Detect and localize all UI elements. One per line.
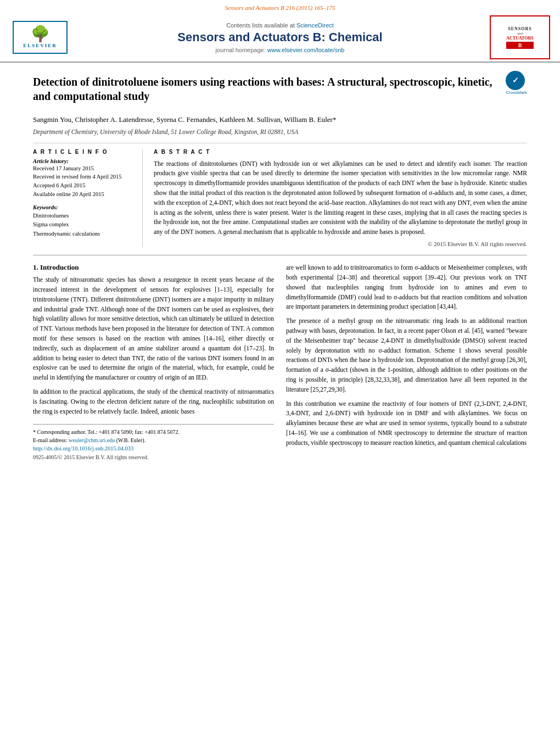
authors: Sangmin You, Christopher A. Latendresse,… — [33, 114, 527, 125]
intro-para2: In addition to the practical application… — [33, 387, 274, 416]
crossmark: ✓ CrossMark — [506, 71, 527, 95]
intro-para1: The study of nitroaromatic species has s… — [33, 275, 274, 383]
keywords-section: Keywords: Dinitrotoluenes Sigma complex … — [33, 204, 133, 239]
article-info-heading: A R T I C L E I N F O — [33, 149, 133, 155]
body-two-col: 1. Introduction The study of nitroaromat… — [33, 263, 527, 461]
elsevier-logo-box: 🌳 ELSEVIER — [13, 21, 68, 54]
journal-title: Sensors and Actuators B: Chemical — [70, 30, 490, 44]
available-online: Available online 20 April 2015 — [33, 190, 133, 199]
journal-ref-text: Sensors and Actuators B 216 (2015) 165–1… — [225, 4, 335, 11]
sensors-logo-line2: ACTUATORS — [506, 36, 534, 41]
keyword-3: Thermodynamic calculations — [33, 230, 133, 239]
page: Sensors and Actuators B 216 (2015) 165–1… — [0, 0, 560, 742]
accepted: Accepted 6 April 2015 — [33, 181, 133, 190]
body-left-col: 1. Introduction The study of nitroaromat… — [33, 263, 274, 461]
sensors-logo-line1: SENSORS — [506, 26, 534, 31]
journal-title-center: Contents lists available at ScienceDirec… — [70, 22, 490, 53]
corresponding-author: * Corresponding author. Tel.: +401 874 5… — [33, 428, 274, 436]
right-para1: are well known to add to trinitroaromati… — [286, 263, 527, 312]
journal-homepage: journal homepage: www.elsevier.com/locat… — [70, 47, 490, 53]
homepage-label: journal homepage: — [216, 47, 266, 53]
divider — [33, 255, 527, 255]
elsevier-tree-icon: 🌳 — [31, 26, 50, 42]
journal-ref: Sensors and Actuators B 216 (2015) 165–1… — [0, 0, 560, 12]
sensors-logo-and: and — [506, 31, 534, 36]
affiliation: Department of Chemistry, University of R… — [33, 127, 527, 136]
article-content: ✓ CrossMark Detection of dinitrotoluene … — [0, 63, 560, 472]
abstract-heading: A B S T R A C T — [154, 149, 527, 155]
email-name: (W.B. Euler). — [116, 437, 146, 443]
received-revised: Received in revised form 4 April 2015 — [33, 172, 133, 181]
article-title: Detection of dinitrotoluene isomers usin… — [33, 75, 527, 103]
article-history: Article history: Received 17 January 201… — [33, 158, 133, 199]
footnote-area: * Corresponding author. Tel.: +401 874 5… — [33, 424, 274, 461]
copyright: © 2015 Elsevier B.V. All rights reserved… — [154, 241, 527, 247]
crossmark-icon: ✓ — [506, 71, 525, 90]
contents-line: Contents lists available at ScienceDirec… — [70, 22, 490, 29]
article-info: A R T I C L E I N F O Article history: R… — [33, 149, 143, 248]
intro-section-title: 1. Introduction — [33, 263, 274, 272]
right-para3: In this contribution we examine the reac… — [286, 399, 527, 448]
email-label: E-mail address: — [33, 437, 67, 443]
right-para2: The presence of a methyl group on the ni… — [286, 316, 527, 395]
abstract-text: The reactions of dinitrotoluenes (DNT) w… — [154, 159, 527, 238]
issn: 0925-4005/© 2015 Elsevier B.V. All right… — [33, 453, 274, 461]
sensors-logo-inner: SENSORS and ACTUATORS B — [506, 26, 534, 49]
sensors-logo-box: SENSORS and ACTUATORS B — [490, 15, 550, 59]
sensors-logo-b: B — [506, 42, 534, 49]
elsevier-logo: 🌳 ELSEVIER — [10, 21, 70, 54]
elsevier-label: ELSEVIER — [23, 43, 57, 48]
sciencedirect-link[interactable]: ScienceDirect — [296, 22, 334, 29]
keyword-2: Sigma complex — [33, 220, 133, 230]
article-meta-section: A R T I C L E I N F O Article history: R… — [33, 143, 527, 248]
title-section: ✓ CrossMark Detection of dinitrotoluene … — [33, 68, 527, 110]
history-label: Article history: — [33, 158, 133, 164]
contents-label: Contents lists available at — [226, 22, 295, 29]
email-line: E-mail address: weuler@chm.uri.edu (W.B.… — [33, 436, 274, 444]
keyword-1: Dinitrotoluenes — [33, 211, 133, 221]
received: Received 17 January 2015 — [33, 164, 133, 173]
body-right-col: are well known to add to trinitroaromati… — [286, 263, 527, 461]
journal-header: 🌳 ELSEVIER Contents lists available at S… — [0, 12, 560, 63]
keywords-label: Keywords: — [33, 204, 133, 210]
email-link[interactable]: weuler@chm.uri.edu — [69, 437, 115, 443]
abstract-section: A B S T R A C T The reactions of dinitro… — [154, 149, 527, 248]
doi[interactable]: http://dx.doi.org/10.1016/j.snb.2015.04.… — [33, 444, 274, 453]
homepage-link[interactable]: www.elsevier.com/locate/snb — [267, 47, 345, 53]
